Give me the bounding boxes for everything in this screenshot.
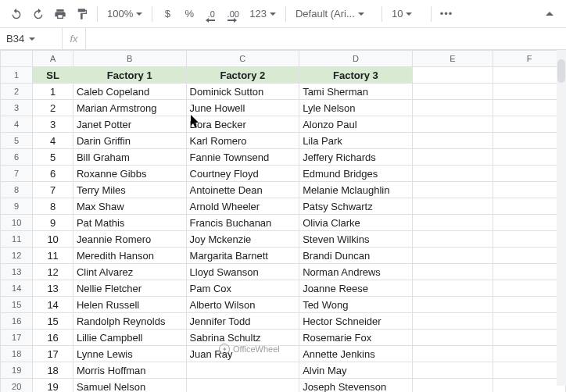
- cell[interactable]: Jennifer Todd: [186, 313, 299, 330]
- zoom-combo[interactable]: 100%: [102, 5, 147, 23]
- cell[interactable]: 8: [33, 198, 73, 215]
- cell[interactable]: Lloyd Swanson: [186, 264, 299, 280]
- cell[interactable]: [412, 313, 493, 330]
- cell[interactable]: Darin Griffin: [73, 133, 186, 149]
- cell[interactable]: Samuel Nelson: [73, 379, 186, 393]
- col-header-E[interactable]: E: [412, 51, 493, 67]
- cell[interactable]: 5: [33, 149, 73, 166]
- cell[interactable]: 18: [33, 362, 73, 379]
- row-header[interactable]: 3: [1, 100, 33, 116]
- cell[interactable]: Fannie Townsend: [186, 149, 299, 166]
- more-formats-combo[interactable]: 123: [245, 5, 281, 23]
- cell[interactable]: [493, 67, 566, 84]
- cell[interactable]: [412, 280, 493, 297]
- cell[interactable]: Lillie Campbell: [73, 330, 186, 346]
- vertical-scrollbar[interactable]: [557, 50, 566, 386]
- cell[interactable]: [493, 149, 566, 166]
- cell[interactable]: [493, 198, 566, 215]
- cell[interactable]: 9: [33, 215, 73, 231]
- cell[interactable]: [493, 330, 566, 346]
- cell[interactable]: [493, 346, 566, 362]
- col-header-A[interactable]: A: [33, 51, 73, 67]
- font-combo[interactable]: Default (Ari...: [291, 5, 377, 23]
- cell[interactable]: 3: [33, 116, 73, 133]
- cell[interactable]: 16: [33, 330, 73, 346]
- cell[interactable]: 2: [33, 100, 73, 116]
- cell[interactable]: [493, 379, 566, 393]
- decrease-decimal-button[interactable]: .0: [201, 4, 221, 24]
- cell[interactable]: [412, 215, 493, 231]
- row-header[interactable]: 12: [1, 248, 33, 264]
- cell[interactable]: Factory 3: [299, 67, 413, 84]
- col-header-D[interactable]: D: [299, 51, 413, 67]
- cell[interactable]: 10: [33, 231, 73, 248]
- cell[interactable]: Terry Miles: [73, 182, 186, 198]
- row-header[interactable]: 4: [1, 116, 33, 133]
- cell[interactable]: 19: [33, 379, 73, 393]
- undo-button[interactable]: [6, 4, 27, 24]
- cell[interactable]: Hector Schneider: [299, 313, 413, 330]
- cell[interactable]: 1: [33, 84, 73, 100]
- cell[interactable]: Alvin May: [299, 362, 413, 379]
- row-header[interactable]: 13: [1, 264, 33, 280]
- cell[interactable]: [412, 116, 493, 133]
- cell[interactable]: Jeffery Richards: [299, 149, 413, 166]
- row-header[interactable]: 6: [1, 149, 33, 166]
- currency-button[interactable]: $: [157, 4, 177, 24]
- cell[interactable]: [493, 231, 566, 248]
- cell[interactable]: [412, 264, 493, 280]
- cell[interactable]: Randolph Reynolds: [73, 313, 186, 330]
- cell[interactable]: Karl Romero: [186, 133, 299, 149]
- cell[interactable]: Courtney Floyd: [186, 166, 299, 182]
- row-header[interactable]: 20: [1, 379, 33, 393]
- cell[interactable]: Olivia Clarke: [299, 215, 413, 231]
- cell[interactable]: 17: [33, 346, 73, 362]
- cell[interactable]: Francis Buchanan: [186, 215, 299, 231]
- redo-button[interactable]: [28, 4, 48, 24]
- cell[interactable]: 11: [33, 248, 73, 264]
- cell[interactable]: [493, 264, 566, 280]
- cell[interactable]: [412, 330, 493, 346]
- scroll-thumb[interactable]: [557, 59, 565, 83]
- row-header[interactable]: 18: [1, 346, 33, 362]
- cell[interactable]: Lila Park: [299, 133, 413, 149]
- cell[interactable]: [493, 182, 566, 198]
- spreadsheet-grid[interactable]: A B C D E F 1SLFactory 1Factory 2Factory…: [0, 50, 566, 392]
- cell[interactable]: Annette Jenkins: [299, 346, 413, 362]
- cell[interactable]: [412, 362, 493, 379]
- cell[interactable]: Joanne Reese: [299, 280, 413, 297]
- cell[interactable]: [412, 100, 493, 116]
- cell[interactable]: Lyle Nelson: [299, 100, 413, 116]
- increase-decimal-button[interactable]: .00: [223, 4, 243, 24]
- row-header[interactable]: 17: [1, 330, 33, 346]
- cell[interactable]: [412, 67, 493, 84]
- row-header[interactable]: 8: [1, 182, 33, 198]
- cell[interactable]: [493, 313, 566, 330]
- cell[interactable]: SL: [33, 67, 73, 84]
- cell[interactable]: [493, 297, 566, 313]
- cell[interactable]: [412, 231, 493, 248]
- cell[interactable]: Edmund Bridges: [299, 166, 413, 182]
- cell[interactable]: Jeannie Romero: [73, 231, 186, 248]
- row-header[interactable]: 14: [1, 280, 33, 297]
- cell[interactable]: 14: [33, 297, 73, 313]
- percent-button[interactable]: %: [179, 4, 199, 24]
- cell[interactable]: Factory 2: [186, 67, 299, 84]
- cell[interactable]: June Howell: [186, 100, 299, 116]
- cell[interactable]: Arnold Wheeler: [186, 198, 299, 215]
- cell[interactable]: [412, 346, 493, 362]
- cell[interactable]: [412, 198, 493, 215]
- cell[interactable]: [412, 133, 493, 149]
- col-header-F[interactable]: F: [493, 51, 566, 67]
- cell[interactable]: [493, 100, 566, 116]
- row-header[interactable]: 11: [1, 231, 33, 248]
- cell[interactable]: [493, 280, 566, 297]
- name-box[interactable]: B34: [0, 28, 63, 49]
- cell[interactable]: Sabrina Schultz: [186, 330, 299, 346]
- cell[interactable]: 6: [33, 166, 73, 182]
- cell[interactable]: Roxanne Gibbs: [73, 166, 186, 182]
- col-header-C[interactable]: C: [186, 51, 299, 67]
- row-header[interactable]: 19: [1, 362, 33, 379]
- cell[interactable]: [186, 379, 299, 393]
- cell[interactable]: Pam Cox: [186, 280, 299, 297]
